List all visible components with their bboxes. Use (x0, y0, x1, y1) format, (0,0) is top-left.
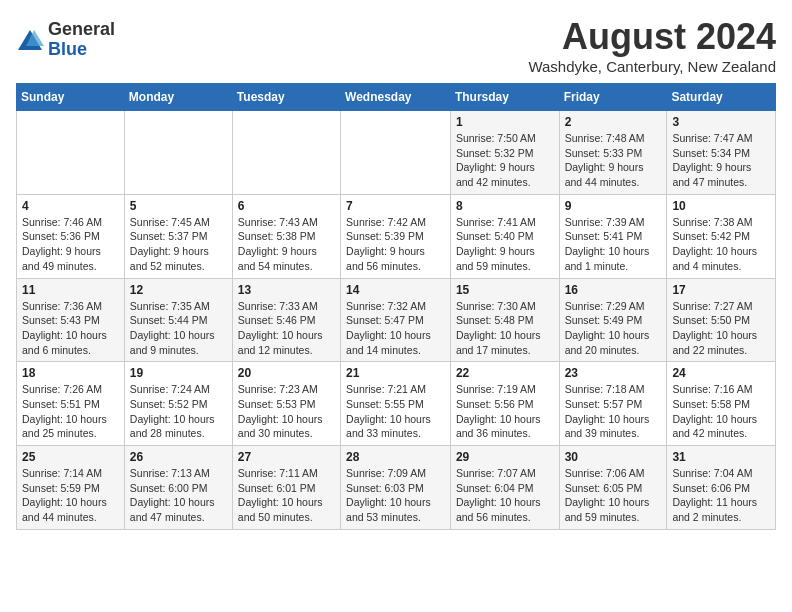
calendar-cell: 1Sunrise: 7:50 AMSunset: 5:32 PMDaylight… (450, 111, 559, 195)
day-header-saturday: Saturday (667, 84, 776, 111)
day-header-friday: Friday (559, 84, 667, 111)
calendar-cell: 30Sunrise: 7:06 AMSunset: 6:05 PMDayligh… (559, 446, 667, 530)
day-detail: Sunrise: 7:19 AMSunset: 5:56 PMDaylight:… (456, 382, 554, 441)
calendar-cell: 23Sunrise: 7:18 AMSunset: 5:57 PMDayligh… (559, 362, 667, 446)
calendar-cell: 15Sunrise: 7:30 AMSunset: 5:48 PMDayligh… (450, 278, 559, 362)
day-detail: Sunrise: 7:09 AMSunset: 6:03 PMDaylight:… (346, 466, 445, 525)
main-title: August 2024 (528, 16, 776, 58)
day-number: 18 (22, 366, 119, 380)
day-number: 10 (672, 199, 770, 213)
day-detail: Sunrise: 7:06 AMSunset: 6:05 PMDaylight:… (565, 466, 662, 525)
calendar-cell: 25Sunrise: 7:14 AMSunset: 5:59 PMDayligh… (17, 446, 125, 530)
day-detail: Sunrise: 7:24 AMSunset: 5:52 PMDaylight:… (130, 382, 227, 441)
day-detail: Sunrise: 7:43 AMSunset: 5:38 PMDaylight:… (238, 215, 335, 274)
calendar-cell (17, 111, 125, 195)
day-header-tuesday: Tuesday (232, 84, 340, 111)
day-number: 23 (565, 366, 662, 380)
subtitle: Washdyke, Canterbury, New Zealand (528, 58, 776, 75)
day-detail: Sunrise: 7:48 AMSunset: 5:33 PMDaylight:… (565, 131, 662, 190)
day-header-wednesday: Wednesday (341, 84, 451, 111)
day-number: 7 (346, 199, 445, 213)
day-detail: Sunrise: 7:13 AMSunset: 6:00 PMDaylight:… (130, 466, 227, 525)
day-detail: Sunrise: 7:45 AMSunset: 5:37 PMDaylight:… (130, 215, 227, 274)
day-number: 14 (346, 283, 445, 297)
day-detail: Sunrise: 7:11 AMSunset: 6:01 PMDaylight:… (238, 466, 335, 525)
calendar-cell: 20Sunrise: 7:23 AMSunset: 5:53 PMDayligh… (232, 362, 340, 446)
day-detail: Sunrise: 7:23 AMSunset: 5:53 PMDaylight:… (238, 382, 335, 441)
calendar-cell: 17Sunrise: 7:27 AMSunset: 5:50 PMDayligh… (667, 278, 776, 362)
calendar-cell: 19Sunrise: 7:24 AMSunset: 5:52 PMDayligh… (124, 362, 232, 446)
day-detail: Sunrise: 7:14 AMSunset: 5:59 PMDaylight:… (22, 466, 119, 525)
day-number: 31 (672, 450, 770, 464)
day-number: 13 (238, 283, 335, 297)
day-number: 3 (672, 115, 770, 129)
day-number: 6 (238, 199, 335, 213)
calendar-table: SundayMondayTuesdayWednesdayThursdayFrid… (16, 83, 776, 530)
day-detail: Sunrise: 7:16 AMSunset: 5:58 PMDaylight:… (672, 382, 770, 441)
calendar-cell: 8Sunrise: 7:41 AMSunset: 5:40 PMDaylight… (450, 194, 559, 278)
calendar-cell: 13Sunrise: 7:33 AMSunset: 5:46 PMDayligh… (232, 278, 340, 362)
day-detail: Sunrise: 7:36 AMSunset: 5:43 PMDaylight:… (22, 299, 119, 358)
day-detail: Sunrise: 7:50 AMSunset: 5:32 PMDaylight:… (456, 131, 554, 190)
day-number: 24 (672, 366, 770, 380)
day-number: 15 (456, 283, 554, 297)
day-number: 1 (456, 115, 554, 129)
day-number: 17 (672, 283, 770, 297)
calendar-cell (124, 111, 232, 195)
calendar-cell: 5Sunrise: 7:45 AMSunset: 5:37 PMDaylight… (124, 194, 232, 278)
day-number: 29 (456, 450, 554, 464)
day-number: 12 (130, 283, 227, 297)
day-number: 16 (565, 283, 662, 297)
logo: General Blue (16, 20, 115, 60)
calendar-cell: 22Sunrise: 7:19 AMSunset: 5:56 PMDayligh… (450, 362, 559, 446)
title-area: August 2024 Washdyke, Canterbury, New Ze… (528, 16, 776, 75)
calendar-header: SundayMondayTuesdayWednesdayThursdayFrid… (17, 84, 776, 111)
day-number: 28 (346, 450, 445, 464)
day-number: 8 (456, 199, 554, 213)
day-detail: Sunrise: 7:41 AMSunset: 5:40 PMDaylight:… (456, 215, 554, 274)
logo-general-text: General (48, 20, 115, 40)
calendar-week-1: 1Sunrise: 7:50 AMSunset: 5:32 PMDaylight… (17, 111, 776, 195)
day-header-thursday: Thursday (450, 84, 559, 111)
day-detail: Sunrise: 7:32 AMSunset: 5:47 PMDaylight:… (346, 299, 445, 358)
calendar-cell: 28Sunrise: 7:09 AMSunset: 6:03 PMDayligh… (341, 446, 451, 530)
day-number: 26 (130, 450, 227, 464)
calendar-cell: 16Sunrise: 7:29 AMSunset: 5:49 PMDayligh… (559, 278, 667, 362)
day-number: 20 (238, 366, 335, 380)
day-number: 5 (130, 199, 227, 213)
day-detail: Sunrise: 7:35 AMSunset: 5:44 PMDaylight:… (130, 299, 227, 358)
day-number: 11 (22, 283, 119, 297)
day-detail: Sunrise: 7:04 AMSunset: 6:06 PMDaylight:… (672, 466, 770, 525)
day-detail: Sunrise: 7:30 AMSunset: 5:48 PMDaylight:… (456, 299, 554, 358)
calendar-cell: 21Sunrise: 7:21 AMSunset: 5:55 PMDayligh… (341, 362, 451, 446)
day-detail: Sunrise: 7:38 AMSunset: 5:42 PMDaylight:… (672, 215, 770, 274)
day-detail: Sunrise: 7:27 AMSunset: 5:50 PMDaylight:… (672, 299, 770, 358)
calendar-cell: 2Sunrise: 7:48 AMSunset: 5:33 PMDaylight… (559, 111, 667, 195)
day-detail: Sunrise: 7:29 AMSunset: 5:49 PMDaylight:… (565, 299, 662, 358)
day-detail: Sunrise: 7:07 AMSunset: 6:04 PMDaylight:… (456, 466, 554, 525)
calendar-cell (341, 111, 451, 195)
calendar-body: 1Sunrise: 7:50 AMSunset: 5:32 PMDaylight… (17, 111, 776, 530)
day-detail: Sunrise: 7:21 AMSunset: 5:55 PMDaylight:… (346, 382, 445, 441)
calendar-cell: 12Sunrise: 7:35 AMSunset: 5:44 PMDayligh… (124, 278, 232, 362)
day-detail: Sunrise: 7:33 AMSunset: 5:46 PMDaylight:… (238, 299, 335, 358)
logo-icon (16, 26, 44, 54)
calendar-week-4: 18Sunrise: 7:26 AMSunset: 5:51 PMDayligh… (17, 362, 776, 446)
calendar-week-3: 11Sunrise: 7:36 AMSunset: 5:43 PMDayligh… (17, 278, 776, 362)
day-number: 2 (565, 115, 662, 129)
calendar-week-2: 4Sunrise: 7:46 AMSunset: 5:36 PMDaylight… (17, 194, 776, 278)
day-detail: Sunrise: 7:18 AMSunset: 5:57 PMDaylight:… (565, 382, 662, 441)
calendar-cell: 24Sunrise: 7:16 AMSunset: 5:58 PMDayligh… (667, 362, 776, 446)
day-number: 4 (22, 199, 119, 213)
day-headers-row: SundayMondayTuesdayWednesdayThursdayFrid… (17, 84, 776, 111)
header: General Blue August 2024 Washdyke, Cante… (16, 16, 776, 75)
day-number: 21 (346, 366, 445, 380)
day-number: 9 (565, 199, 662, 213)
calendar-cell: 14Sunrise: 7:32 AMSunset: 5:47 PMDayligh… (341, 278, 451, 362)
calendar-cell: 29Sunrise: 7:07 AMSunset: 6:04 PMDayligh… (450, 446, 559, 530)
calendar-cell: 4Sunrise: 7:46 AMSunset: 5:36 PMDaylight… (17, 194, 125, 278)
day-number: 30 (565, 450, 662, 464)
day-number: 19 (130, 366, 227, 380)
calendar-cell (232, 111, 340, 195)
day-detail: Sunrise: 7:39 AMSunset: 5:41 PMDaylight:… (565, 215, 662, 274)
